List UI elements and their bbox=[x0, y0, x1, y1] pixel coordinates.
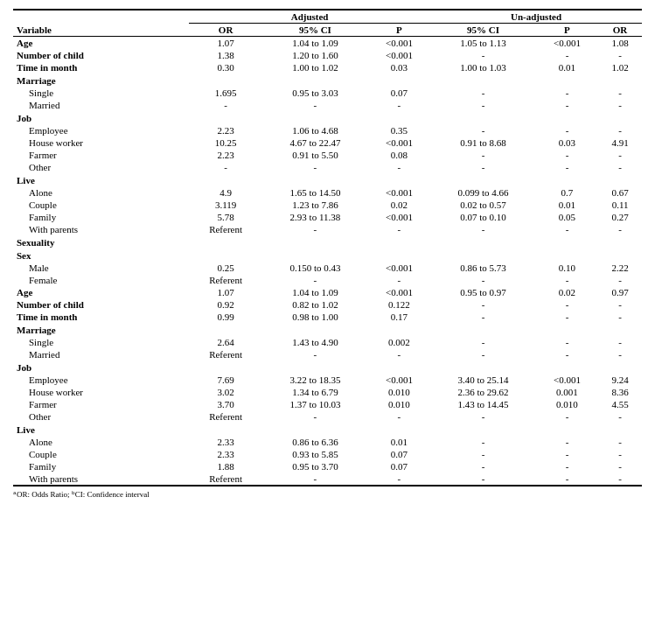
row-p-unadj: - bbox=[536, 336, 598, 348]
row-ci-unadj: 1.05 to 1.13 bbox=[430, 37, 536, 50]
row-or-adj: 2.64 bbox=[189, 336, 262, 348]
row-ci-adj: 0.93 to 5.85 bbox=[262, 448, 368, 460]
row-ci-unadj: - bbox=[430, 99, 536, 111]
table-row: Time in month0.301.00 to 1.020.031.00 to… bbox=[13, 61, 642, 74]
table-row: Sex bbox=[13, 248, 642, 262]
table-row: Age1.071.04 to 1.09<0.0010.95 to 0.970.0… bbox=[13, 286, 642, 298]
row-or-adj: 0.25 bbox=[189, 262, 262, 274]
row-ci-unadj: - bbox=[430, 348, 536, 360]
row-ci-unadj: 3.40 to 25.14 bbox=[430, 374, 536, 386]
row-or-unadj: - bbox=[598, 311, 642, 323]
row-or-unadj: - bbox=[598, 274, 642, 286]
row-or-adj: - bbox=[189, 161, 262, 173]
col-header-row: Variable OR 95% CI P 95% CI P OR bbox=[13, 24, 642, 37]
section-label: Sex bbox=[13, 248, 642, 262]
row-p-adj: 0.01 bbox=[368, 436, 430, 448]
row-variable: Male bbox=[13, 262, 189, 274]
row-ci-adj: 0.91 to 5.50 bbox=[262, 149, 368, 161]
table-row: Marriage bbox=[13, 323, 642, 336]
row-or-adj: 1.07 bbox=[189, 286, 262, 298]
section-label: Marriage bbox=[13, 74, 642, 87]
row-or-unadj: 0.97 bbox=[598, 286, 642, 298]
row-or-unadj: 0.27 bbox=[598, 211, 642, 223]
row-or-unadj: 8.36 bbox=[598, 386, 642, 398]
row-variable: Number of child bbox=[13, 298, 189, 311]
row-variable: Age bbox=[13, 37, 189, 50]
row-variable: Number of child bbox=[13, 49, 189, 61]
col-ci-adj: 95% CI bbox=[262, 24, 368, 37]
row-variable: With parents bbox=[13, 223, 189, 235]
section-label: Live bbox=[13, 423, 642, 436]
row-or-unadj: 4.55 bbox=[598, 398, 642, 410]
row-variable: Farmer bbox=[13, 149, 189, 161]
row-p-adj: 0.03 bbox=[368, 61, 430, 74]
row-ci-adj: - bbox=[262, 472, 368, 486]
table-row: Job bbox=[13, 360, 642, 374]
row-or-unadj: - bbox=[598, 223, 642, 235]
table-row: Couple3.1191.23 to 7.860.020.02 to 0.570… bbox=[13, 199, 642, 211]
row-p-adj: <0.001 bbox=[368, 286, 430, 298]
row-or-adj: 4.9 bbox=[189, 186, 262, 199]
row-or-adj: 1.88 bbox=[189, 460, 262, 472]
row-p-adj: <0.001 bbox=[368, 49, 430, 61]
row-ci-adj: 1.65 to 14.50 bbox=[262, 186, 368, 199]
row-p-unadj: <0.001 bbox=[536, 374, 598, 386]
row-or-unadj: 0.11 bbox=[598, 199, 642, 211]
row-or-adj: 10.25 bbox=[189, 136, 262, 149]
row-p-adj: - bbox=[368, 348, 430, 360]
row-or-adj: 1.07 bbox=[189, 37, 262, 50]
row-or-unadj: - bbox=[598, 348, 642, 360]
row-p-adj: 0.122 bbox=[368, 298, 430, 311]
table-row: Farmer3.701.37 to 10.030.0101.43 to 14.4… bbox=[13, 398, 642, 410]
row-ci-adj: 1.00 to 1.02 bbox=[262, 61, 368, 74]
row-p-unadj: - bbox=[536, 298, 598, 311]
row-variable: Single bbox=[13, 336, 189, 348]
row-ci-unadj: - bbox=[430, 124, 536, 136]
table-row: Time in month0.990.98 to 1.000.17--- bbox=[13, 311, 642, 323]
row-variable: With parents bbox=[13, 472, 189, 486]
row-p-unadj: 0.05 bbox=[536, 211, 598, 223]
col-variable-label: Variable bbox=[13, 24, 189, 37]
row-p-unadj: 0.01 bbox=[536, 199, 598, 211]
row-p-adj: <0.001 bbox=[368, 374, 430, 386]
row-or-adj: 2.33 bbox=[189, 436, 262, 448]
table-row: MarriedReferent----- bbox=[13, 348, 642, 360]
row-variable: House worker bbox=[13, 386, 189, 398]
section-label: Marriage bbox=[13, 323, 642, 336]
row-p-adj: 0.07 bbox=[368, 460, 430, 472]
row-p-adj: 0.010 bbox=[368, 398, 430, 410]
row-or-unadj: - bbox=[598, 436, 642, 448]
row-variable: Couple bbox=[13, 448, 189, 460]
row-or-adj: 2.23 bbox=[189, 149, 262, 161]
row-variable: Other bbox=[13, 161, 189, 173]
row-p-adj: <0.001 bbox=[368, 211, 430, 223]
table-row: Male0.250.150 to 0.43<0.0010.86 to 5.730… bbox=[13, 262, 642, 274]
row-or-unadj: - bbox=[598, 298, 642, 311]
adjusted-header: Adjusted bbox=[189, 10, 430, 24]
row-or-unadj: 1.02 bbox=[598, 61, 642, 74]
row-or-adj: 2.33 bbox=[189, 448, 262, 460]
table-row: With parentsReferent----- bbox=[13, 472, 642, 486]
row-ci-unadj: 0.099 to 4.66 bbox=[430, 186, 536, 199]
row-ci-adj: - bbox=[262, 410, 368, 423]
row-variable: Female bbox=[13, 274, 189, 286]
table-row: Alone4.91.65 to 14.50<0.0010.099 to 4.66… bbox=[13, 186, 642, 199]
row-ci-adj: - bbox=[262, 223, 368, 235]
row-ci-adj: 1.04 to 1.09 bbox=[262, 286, 368, 298]
table-row: Employee7.693.22 to 18.35<0.0013.40 to 2… bbox=[13, 374, 642, 386]
row-ci-unadj: - bbox=[430, 49, 536, 61]
table-row: Family5.782.93 to 11.38<0.0010.07 to 0.1… bbox=[13, 211, 642, 223]
row-ci-unadj: - bbox=[430, 436, 536, 448]
row-or-unadj: - bbox=[598, 472, 642, 486]
row-p-unadj: - bbox=[536, 436, 598, 448]
table-row: Number of child1.381.20 to 1.60<0.001--- bbox=[13, 49, 642, 61]
row-or-adj: Referent bbox=[189, 223, 262, 235]
row-ci-adj: - bbox=[262, 274, 368, 286]
row-p-adj: <0.001 bbox=[368, 186, 430, 199]
row-p-unadj: - bbox=[536, 87, 598, 99]
row-or-adj: 3.119 bbox=[189, 199, 262, 211]
row-ci-adj: 1.43 to 4.90 bbox=[262, 336, 368, 348]
row-or-unadj: - bbox=[598, 336, 642, 348]
row-ci-unadj: - bbox=[430, 161, 536, 173]
row-variable: Employee bbox=[13, 374, 189, 386]
